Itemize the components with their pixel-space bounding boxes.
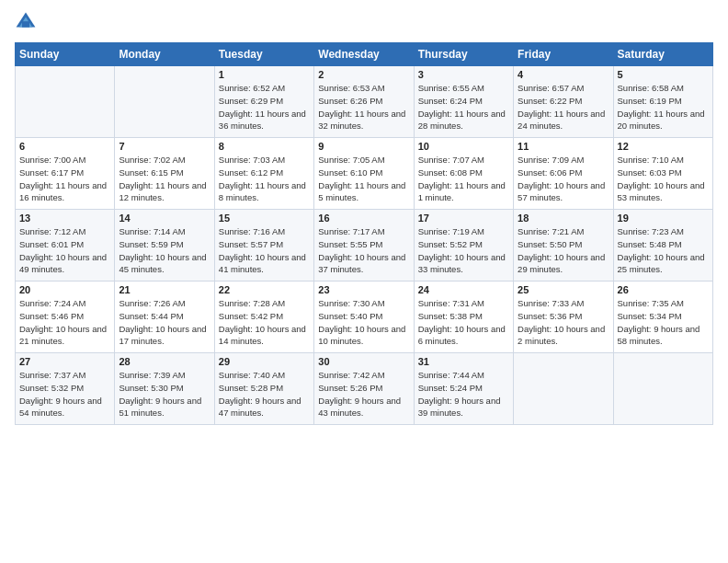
day-info: Sunrise: 7:14 AM Sunset: 5:59 PM Dayligh… [119,225,210,276]
day-number: 14 [119,213,210,224]
day-number: 22 [219,284,310,295]
day-number: 26 [618,284,709,295]
weekday-header: Sunday [16,43,115,66]
calendar-cell: 12Sunrise: 7:10 AM Sunset: 6:03 PM Dayli… [613,138,712,210]
day-info: Sunrise: 7:44 AM Sunset: 5:24 PM Dayligh… [418,369,509,419]
calendar-cell: 20Sunrise: 7:24 AM Sunset: 5:46 PM Dayli… [16,282,115,353]
day-info: Sunrise: 7:33 AM Sunset: 5:36 PM Dayligh… [518,297,609,348]
day-number: 6 [19,141,110,152]
day-info: Sunrise: 6:57 AM Sunset: 6:22 PM Dayligh… [518,82,609,132]
day-number: 13 [19,213,110,224]
day-info: Sunrise: 7:30 AM Sunset: 5:40 PM Dayligh… [318,297,409,348]
weekday-header: Tuesday [214,43,313,66]
calendar-cell: 21Sunrise: 7:26 AM Sunset: 5:44 PM Dayli… [115,282,214,353]
calendar-cell [16,66,115,138]
calendar-week-row: 27Sunrise: 7:37 AM Sunset: 5:32 PM Dayli… [16,353,713,425]
calendar-cell: 22Sunrise: 7:28 AM Sunset: 5:42 PM Dayli… [214,282,313,353]
day-info: Sunrise: 7:24 AM Sunset: 5:46 PM Dayligh… [19,297,110,348]
calendar-cell: 27Sunrise: 7:37 AM Sunset: 5:32 PM Dayli… [16,353,115,425]
day-info: Sunrise: 6:58 AM Sunset: 6:19 PM Dayligh… [618,82,709,132]
calendar-week-row: 20Sunrise: 7:24 AM Sunset: 5:46 PM Dayli… [16,282,713,353]
day-info: Sunrise: 7:21 AM Sunset: 5:50 PM Dayligh… [518,225,609,276]
calendar-cell: 19Sunrise: 7:23 AM Sunset: 5:48 PM Dayli… [613,210,712,282]
day-number: 17 [418,213,509,224]
calendar-cell: 9Sunrise: 7:05 AM Sunset: 6:10 PM Daylig… [314,138,414,210]
calendar-week-row: 13Sunrise: 7:12 AM Sunset: 6:01 PM Dayli… [16,210,713,282]
calendar-cell: 31Sunrise: 7:44 AM Sunset: 5:24 PM Dayli… [414,353,513,425]
day-number: 8 [219,141,310,152]
day-number: 3 [418,69,509,80]
calendar-cell: 17Sunrise: 7:19 AM Sunset: 5:52 PM Dayli… [414,210,513,282]
day-info: Sunrise: 6:55 AM Sunset: 6:24 PM Dayligh… [418,82,509,132]
day-info: Sunrise: 7:28 AM Sunset: 5:42 PM Dayligh… [219,297,310,348]
day-info: Sunrise: 7:10 AM Sunset: 6:03 PM Dayligh… [618,154,709,204]
calendar-cell: 29Sunrise: 7:40 AM Sunset: 5:28 PM Dayli… [214,353,313,425]
calendar-cell: 7Sunrise: 7:02 AM Sunset: 6:15 PM Daylig… [115,138,214,210]
calendar-cell: 15Sunrise: 7:16 AM Sunset: 5:57 PM Dayli… [214,210,313,282]
calendar-cell: 26Sunrise: 7:35 AM Sunset: 5:34 PM Dayli… [613,282,712,353]
calendar-cell: 11Sunrise: 7:09 AM Sunset: 6:06 PM Dayli… [514,138,613,210]
day-info: Sunrise: 7:37 AM Sunset: 5:32 PM Dayligh… [19,369,110,419]
day-number: 1 [219,69,310,80]
day-info: Sunrise: 7:39 AM Sunset: 5:30 PM Dayligh… [119,369,210,419]
day-number: 2 [318,69,409,80]
day-number: 12 [618,141,709,152]
day-number: 19 [618,213,709,224]
calendar-page: SundayMondayTuesdayWednesdayThursdayFrid… [0,0,728,563]
day-number: 28 [119,356,210,367]
calendar-cell: 18Sunrise: 7:21 AM Sunset: 5:50 PM Dayli… [514,210,613,282]
day-number: 5 [618,69,709,80]
day-number: 25 [518,284,609,295]
weekday-header-row: SundayMondayTuesdayWednesdayThursdayFrid… [16,43,713,66]
day-number: 7 [119,141,210,152]
weekday-header: Friday [514,43,613,66]
day-info: Sunrise: 7:05 AM Sunset: 6:10 PM Dayligh… [318,154,409,204]
day-number: 27 [19,356,110,367]
day-info: Sunrise: 6:52 AM Sunset: 6:29 PM Dayligh… [219,82,310,132]
day-number: 31 [418,356,509,367]
day-info: Sunrise: 7:42 AM Sunset: 5:26 PM Dayligh… [318,369,409,419]
calendar-cell: 14Sunrise: 7:14 AM Sunset: 5:59 PM Dayli… [115,210,214,282]
calendar-cell: 8Sunrise: 7:03 AM Sunset: 6:12 PM Daylig… [214,138,313,210]
day-number: 18 [518,213,609,224]
svg-rect-2 [22,21,29,27]
calendar-cell: 1Sunrise: 6:52 AM Sunset: 6:29 PM Daylig… [214,66,313,138]
day-info: Sunrise: 7:12 AM Sunset: 6:01 PM Dayligh… [19,225,110,276]
day-number: 21 [119,284,210,295]
calendar-cell [613,353,712,425]
calendar-week-row: 1Sunrise: 6:52 AM Sunset: 6:29 PM Daylig… [16,66,713,138]
day-number: 16 [318,213,409,224]
day-number: 29 [219,356,310,367]
day-info: Sunrise: 7:17 AM Sunset: 5:55 PM Dayligh… [318,225,409,276]
calendar-table: SundayMondayTuesdayWednesdayThursdayFrid… [15,42,713,425]
calendar-cell [115,66,214,138]
calendar-cell: 3Sunrise: 6:55 AM Sunset: 6:24 PM Daylig… [414,66,513,138]
day-info: Sunrise: 7:40 AM Sunset: 5:28 PM Dayligh… [219,369,310,419]
day-info: Sunrise: 7:31 AM Sunset: 5:38 PM Dayligh… [418,297,509,348]
calendar-cell: 13Sunrise: 7:12 AM Sunset: 6:01 PM Dayli… [16,210,115,282]
day-info: Sunrise: 7:09 AM Sunset: 6:06 PM Dayligh… [518,154,609,204]
day-number: 20 [19,284,110,295]
weekday-header: Monday [115,43,214,66]
calendar-cell: 2Sunrise: 6:53 AM Sunset: 6:26 PM Daylig… [314,66,414,138]
logo-icon [15,11,37,33]
weekday-header: Thursday [414,43,513,66]
calendar-cell: 10Sunrise: 7:07 AM Sunset: 6:08 PM Dayli… [414,138,513,210]
day-number: 30 [318,356,409,367]
calendar-cell: 30Sunrise: 7:42 AM Sunset: 5:26 PM Dayli… [314,353,414,425]
calendar-cell: 28Sunrise: 7:39 AM Sunset: 5:30 PM Dayli… [115,353,214,425]
day-number: 15 [219,213,310,224]
day-info: Sunrise: 7:26 AM Sunset: 5:44 PM Dayligh… [119,297,210,348]
day-info: Sunrise: 7:02 AM Sunset: 6:15 PM Dayligh… [119,154,210,204]
calendar-week-row: 6Sunrise: 7:00 AM Sunset: 6:17 PM Daylig… [16,138,713,210]
day-info: Sunrise: 7:07 AM Sunset: 6:08 PM Dayligh… [418,154,509,204]
day-info: Sunrise: 7:03 AM Sunset: 6:12 PM Dayligh… [219,154,310,204]
calendar-cell: 4Sunrise: 6:57 AM Sunset: 6:22 PM Daylig… [514,66,613,138]
calendar-cell: 24Sunrise: 7:31 AM Sunset: 5:38 PM Dayli… [414,282,513,353]
day-number: 4 [518,69,609,80]
calendar-cell: 16Sunrise: 7:17 AM Sunset: 5:55 PM Dayli… [314,210,414,282]
calendar-cell [514,353,613,425]
weekday-header: Saturday [613,43,712,66]
day-number: 23 [318,284,409,295]
day-number: 11 [518,141,609,152]
